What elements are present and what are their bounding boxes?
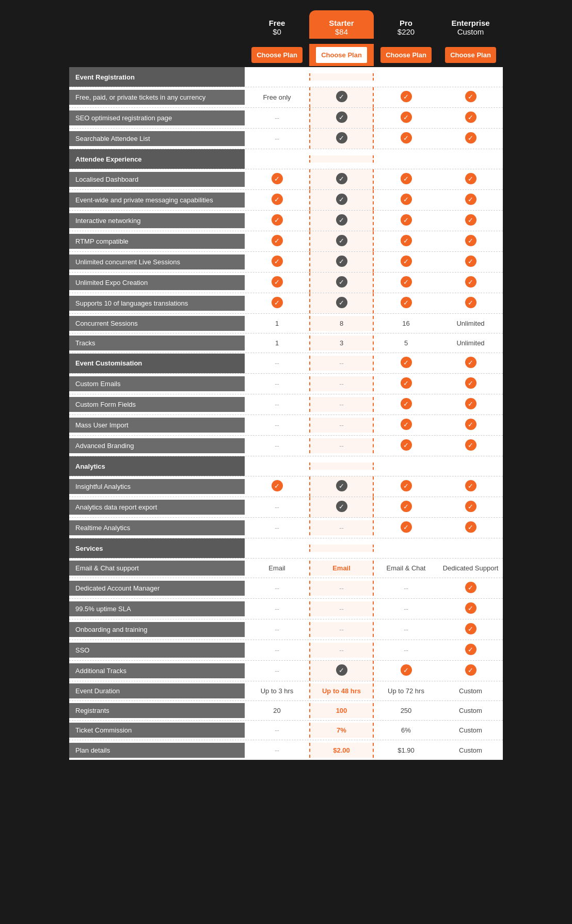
plan-pro-price: $220 bbox=[376, 27, 436, 36]
not-available: -- bbox=[245, 500, 309, 515]
table-row: Attendee Experience bbox=[69, 149, 503, 169]
checkmark-orange bbox=[465, 644, 476, 655]
not-available: -- bbox=[245, 356, 309, 371]
checkmark-orange bbox=[465, 111, 476, 123]
not-available: -- bbox=[309, 520, 374, 535]
table-row: Mass User Import---- bbox=[69, 415, 503, 436]
check-icon bbox=[438, 476, 503, 497]
checkmark-dark bbox=[336, 235, 347, 246]
feature-label: Event Duration bbox=[69, 683, 245, 698]
not-available: -- bbox=[245, 418, 309, 433]
features-table: Event RegistrationFree, paid, or private… bbox=[69, 67, 503, 760]
checkmark-orange bbox=[401, 398, 412, 409]
highlighted-value: Up to 48 hrs bbox=[322, 687, 361, 695]
checkmark-orange bbox=[465, 582, 476, 593]
choose-plan-pro-button[interactable]: Choose Plan bbox=[380, 47, 432, 63]
not-available: -- bbox=[309, 397, 374, 412]
table-row: Concurrent Sessions1816Unlimited bbox=[69, 314, 503, 333]
checkmark-orange bbox=[465, 297, 476, 308]
check-icon bbox=[374, 129, 438, 149]
not-available: -- bbox=[245, 723, 309, 738]
cell-value: 3 bbox=[309, 336, 374, 351]
section-cell-empty bbox=[374, 73, 438, 81]
table-row: SSO------ bbox=[69, 640, 503, 661]
feature-label: 99.5% uptime SLA bbox=[69, 601, 245, 616]
cell-value: 8 bbox=[309, 316, 374, 331]
section-cell-empty bbox=[245, 545, 309, 552]
checkmark-orange bbox=[272, 235, 283, 246]
checkmark-orange bbox=[401, 173, 412, 184]
check-icon bbox=[374, 252, 438, 272]
plan-starter-name: Starter bbox=[312, 19, 371, 27]
section-header: Analytics bbox=[69, 456, 245, 476]
checkmark-dark bbox=[336, 194, 347, 205]
check-icon bbox=[374, 87, 438, 107]
not-available: -- bbox=[245, 376, 309, 391]
checkmark-orange bbox=[401, 214, 412, 226]
checkmark-orange bbox=[401, 439, 412, 451]
check-icon bbox=[374, 476, 438, 497]
cell-value: Up to 3 hrs bbox=[245, 683, 309, 698]
checkmark-orange bbox=[401, 480, 412, 491]
feature-label: Advanced Branding bbox=[69, 438, 245, 453]
section-cell-empty bbox=[309, 463, 374, 470]
check-icon bbox=[438, 190, 503, 210]
cell-value: 20 bbox=[245, 703, 309, 718]
not-available: -- bbox=[245, 581, 309, 596]
feature-label: Plan details bbox=[69, 743, 245, 758]
feature-label: Unlimited Expo Creation bbox=[69, 275, 245, 290]
feature-label: Email & Chat support bbox=[69, 561, 245, 576]
feature-label: Localised Dashboard bbox=[69, 172, 245, 187]
table-row: Email & Chat supportEmailEmailEmail & Ch… bbox=[69, 559, 503, 578]
choose-plan-enterprise-button[interactable]: Choose Plan bbox=[445, 47, 496, 63]
not-available: -- bbox=[245, 601, 309, 616]
cell-value: 6% bbox=[374, 723, 438, 738]
choose-plan-starter-button[interactable]: Choose Plan bbox=[315, 46, 368, 64]
check-icon bbox=[245, 252, 309, 272]
plan-free-name: Free bbox=[247, 19, 307, 27]
checkmark-orange bbox=[401, 91, 412, 102]
checkmark-orange bbox=[465, 664, 476, 676]
section-cell-empty bbox=[309, 155, 374, 163]
checkmark-dark bbox=[336, 664, 347, 676]
cell-value: Custom bbox=[438, 703, 503, 718]
checkmark-orange bbox=[465, 480, 476, 491]
checkmark-dark bbox=[336, 173, 347, 184]
plan-enterprise-price: Custom bbox=[441, 27, 500, 36]
checkmark-orange bbox=[465, 602, 476, 614]
check-icon bbox=[374, 169, 438, 189]
cell-value-highlight: Email bbox=[309, 561, 374, 576]
feature-label: Ticket Commission bbox=[69, 723, 245, 738]
check-icon bbox=[438, 661, 503, 681]
checkmark-dark bbox=[336, 111, 347, 123]
not-available: -- bbox=[245, 743, 309, 758]
checkmark-orange bbox=[465, 419, 476, 430]
check-icon bbox=[309, 211, 374, 231]
table-row: Event-wide and private messaging capabil… bbox=[69, 190, 503, 211]
table-row: Searchable Attendee List-- bbox=[69, 129, 503, 149]
check-icon bbox=[245, 231, 309, 251]
checkmark-orange bbox=[465, 276, 476, 288]
check-icon bbox=[438, 293, 503, 313]
check-icon bbox=[374, 353, 438, 373]
cell-value: Custom bbox=[438, 743, 503, 758]
not-available: -- bbox=[309, 601, 374, 616]
choose-plan-free-button[interactable]: Choose Plan bbox=[251, 47, 303, 63]
cell-value: 1 bbox=[245, 316, 309, 331]
checkmark-orange bbox=[401, 377, 412, 389]
checkmark-orange bbox=[401, 194, 412, 205]
checkmark-orange bbox=[465, 194, 476, 205]
plan-starter-header: Starter $84 bbox=[309, 10, 374, 39]
check-icon bbox=[438, 374, 503, 394]
check-icon bbox=[309, 87, 374, 107]
cell-value: 1 bbox=[245, 336, 309, 351]
feature-label: Custom Emails bbox=[69, 376, 245, 391]
checkmark-orange bbox=[465, 398, 476, 409]
table-row: SEO optimised registration page-- bbox=[69, 108, 503, 129]
feature-label: Insightful Analytics bbox=[69, 479, 245, 494]
checkmark-orange bbox=[465, 214, 476, 226]
checkmark-orange bbox=[401, 419, 412, 430]
checkmark-dark bbox=[336, 276, 347, 288]
plan-free-header: Free $0 bbox=[245, 13, 309, 39]
check-icon bbox=[438, 108, 503, 128]
